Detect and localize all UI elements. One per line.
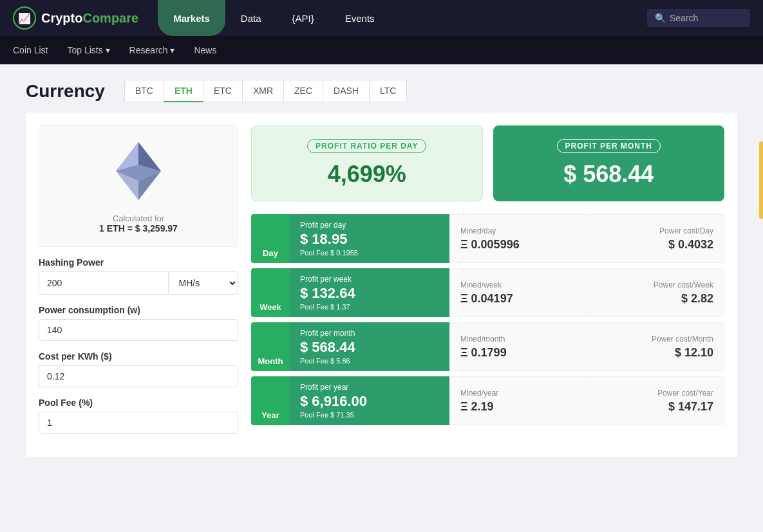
data-row-day: Day Profit per day $ 18.95 Pool Fee $ 0.… — [251, 214, 724, 263]
tab-xmr[interactable]: XMR — [242, 80, 284, 102]
pool-fee-input[interactable] — [39, 412, 238, 434]
page-title: Currency — [26, 81, 105, 102]
mined-value-1: Ξ 0.04197 — [460, 292, 576, 306]
hashing-power-input[interactable] — [39, 271, 169, 295]
data-row-year: Year Profit per year $ 6,916.00 Pool Fee… — [251, 376, 724, 425]
nav-items: Markets Data {API} Events — [158, 0, 647, 36]
top-navigation: 📈 CryptoCompare Markets Data {API} Event… — [0, 0, 763, 36]
hashing-power-group: Hashing Power MH/s — [39, 257, 238, 295]
power-label-1: Power cost/Week — [598, 280, 713, 289]
pool-fee-0: Pool Fee $ 0.1955 — [300, 249, 439, 257]
second-navigation: Coin List Top Lists ▾ Research ▾ News — [0, 36, 763, 64]
profit-ratio-box: PROFIT RATIO PER DAY 4,699% — [251, 125, 483, 201]
currency-header: Currency BTC ETH ETC XMR ZEC DASH LTC — [26, 80, 737, 102]
period-label-3: Year — [251, 376, 290, 425]
hashing-power-row: MH/s — [39, 271, 238, 295]
eth-logo — [113, 139, 164, 203]
cost-kwh-group: Cost per KWh ($) — [39, 351, 238, 387]
search-icon: 🔍 — [655, 13, 666, 23]
power-consumption-input[interactable] — [39, 319, 238, 341]
main-content: Currency BTC ETH ETC XMR ZEC DASH LTC — [0, 64, 763, 532]
mined-label-2: Mined/month — [460, 335, 576, 344]
tab-ltc[interactable]: LTC — [369, 80, 407, 102]
pool-fee-label: Pool Fee (%) — [39, 398, 238, 408]
profit-ratio-value: 4,699% — [267, 161, 467, 188]
tab-btc[interactable]: BTC — [124, 80, 164, 102]
nav-events[interactable]: Events — [330, 0, 390, 36]
data-row-month: Month Profit per month $ 568.44 Pool Fee… — [251, 322, 724, 371]
period-label-2: Month — [251, 322, 290, 371]
currency-tabs: BTC ETH ETC XMR ZEC DASH LTC — [124, 80, 406, 102]
profit-month-label: PROFIT PER MONTH — [557, 139, 661, 153]
summary-boxes: PROFIT RATIO PER DAY 4,699% PROFIT PER M… — [251, 125, 724, 201]
power-cell-3: Power cost/Year $ 147.17 — [587, 376, 724, 425]
power-value-1: $ 2.82 — [598, 292, 713, 306]
nav-data[interactable]: Data — [225, 0, 277, 36]
nav-coin-list[interactable]: Coin List — [13, 36, 48, 64]
eth-rate: 1 ETH = $ 3,259.97 — [99, 223, 178, 234]
power-value-2: $ 12.10 — [598, 346, 713, 360]
nav-research[interactable]: Research ▾ — [129, 36, 175, 64]
mined-label-0: Mined/day — [460, 226, 576, 235]
period-label-1: Week — [251, 268, 290, 317]
power-consumption-group: Power consumption (w) — [39, 305, 238, 341]
power-label-0: Power cost/Day — [598, 226, 713, 235]
profit-label-0: Profit per day — [300, 221, 439, 230]
cost-kwh-input[interactable] — [39, 365, 238, 387]
power-value-3: $ 147.17 — [598, 400, 713, 414]
tab-etc[interactable]: ETC — [203, 80, 243, 102]
right-panel: PROFIT RATIO PER DAY 4,699% PROFIT PER M… — [251, 125, 724, 444]
tab-zec[interactable]: ZEC — [283, 80, 323, 102]
mined-label-3: Mined/year — [460, 389, 576, 398]
power-label-2: Power cost/Month — [598, 335, 713, 344]
profit-cell-2: Profit per month $ 568.44 Pool Fee $ 5.8… — [290, 322, 449, 371]
calculated-for-label: Calculated for 1 ETH = $ 3,259.97 — [99, 214, 178, 234]
mined-value-3: Ξ 2.19 — [460, 400, 576, 414]
mined-label-1: Mined/week — [460, 280, 576, 289]
profit-month-box: PROFIT PER MONTH $ 568.44 — [493, 125, 725, 201]
data-row-week: Week Profit per week $ 132.64 Pool Fee $… — [251, 268, 724, 317]
tab-dash[interactable]: DASH — [323, 80, 370, 102]
data-rows: Day Profit per day $ 18.95 Pool Fee $ 0.… — [251, 214, 724, 425]
pool-fee-1: Pool Fee $ 1.37 — [300, 303, 439, 311]
cost-kwh-label: Cost per KWh ($) — [39, 351, 238, 362]
pool-fee-group: Pool Fee (%) — [39, 398, 238, 434]
hashing-power-label: Hashing Power — [39, 257, 238, 268]
logo-crypto: CryptoCompare — [41, 11, 138, 26]
profit-cell-3: Profit per year $ 6,916.00 Pool Fee $ 71… — [290, 376, 449, 425]
nav-news[interactable]: News — [194, 36, 216, 64]
eth-logo-box: Calculated for 1 ETH = $ 3,259.97 — [39, 125, 238, 247]
hashing-unit-select[interactable]: MH/s — [169, 271, 239, 295]
left-panel: Calculated for 1 ETH = $ 3,259.97 Hashin… — [39, 125, 238, 444]
profit-label-2: Profit per month — [300, 329, 439, 338]
profit-value-2: $ 568.44 — [300, 339, 439, 356]
profit-value-1: $ 132.64 — [300, 285, 439, 302]
profit-cell-1: Profit per week $ 132.64 Pool Fee $ 1.37 — [290, 268, 449, 317]
mined-value-0: Ξ 0.005996 — [460, 238, 576, 252]
power-value-0: $ 0.4032 — [598, 238, 713, 252]
mined-value-2: Ξ 0.1799 — [460, 346, 576, 360]
profit-ratio-label: PROFIT RATIO PER DAY — [307, 139, 426, 153]
search-bar[interactable]: 🔍 Search — [647, 9, 750, 27]
profit-label-3: Profit per year — [300, 383, 439, 392]
pool-fee-2: Pool Fee $ 5.86 — [300, 357, 439, 365]
content-area: Calculated for 1 ETH = $ 3,259.97 Hashin… — [26, 113, 737, 457]
power-label-3: Power cost/Year — [598, 389, 713, 398]
nav-api[interactable]: {API} — [277, 0, 330, 36]
logo[interactable]: 📈 CryptoCompare — [13, 6, 138, 30]
nav-markets[interactable]: Markets — [158, 0, 225, 36]
profit-month-value: $ 568.44 — [509, 161, 709, 188]
nav-top-lists[interactable]: Top Lists ▾ — [67, 36, 109, 64]
mined-cell-0: Mined/day Ξ 0.005996 — [449, 214, 587, 263]
mined-cell-2: Mined/month Ξ 0.1799 — [449, 322, 587, 371]
pool-fee-3: Pool Fee $ 71.35 — [300, 411, 439, 419]
power-cell-2: Power cost/Month $ 12.10 — [587, 322, 724, 371]
mined-cell-1: Mined/week Ξ 0.04197 — [449, 268, 587, 317]
tab-eth[interactable]: ETH — [164, 80, 203, 102]
profit-label-1: Profit per week — [300, 275, 439, 284]
mined-cell-3: Mined/year Ξ 2.19 — [449, 376, 587, 425]
power-cell-1: Power cost/Week $ 2.82 — [587, 268, 724, 317]
search-placeholder: Search — [670, 13, 698, 23]
profit-cell-0: Profit per day $ 18.95 Pool Fee $ 0.1955 — [290, 214, 449, 263]
power-cell-0: Power cost/Day $ 0.4032 — [587, 214, 724, 263]
